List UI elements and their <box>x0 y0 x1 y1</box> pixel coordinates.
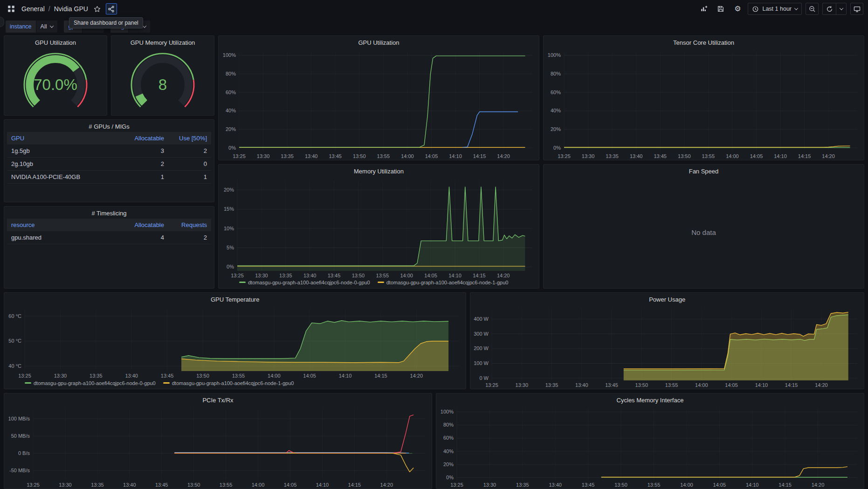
svg-text:60%: 60% <box>443 435 454 441</box>
pcie-tx-rx-chart[interactable]: -50 MB/s0 B/s50 MB/s100 MB/s13:2513:3013… <box>4 406 432 489</box>
svg-text:50 MB/s: 50 MB/s <box>11 433 30 439</box>
svg-text:14:20: 14:20 <box>410 373 423 379</box>
svg-text:0%: 0% <box>227 264 234 269</box>
svg-text:13:55: 13:55 <box>220 482 233 488</box>
share-tooltip: Share dashboard or panel <box>69 17 143 28</box>
refresh-interval-button[interactable] <box>836 3 846 14</box>
gpus-migs-table: GPUAllocatableUse [50%]1g.5gb322g.10gb20… <box>7 132 211 199</box>
share-icon <box>108 6 115 13</box>
dashboard-settings-button[interactable]: ⚙ <box>731 2 744 15</box>
add-panel-button[interactable] <box>697 2 710 15</box>
svg-text:14:05: 14:05 <box>750 153 763 159</box>
svg-text:13:45: 13:45 <box>329 153 342 159</box>
share-button[interactable] <box>106 3 117 14</box>
legend-item[interactable]: dtomasgu-gpu-graph-a100-aoefi4cqjpc6-nod… <box>25 380 156 386</box>
svg-text:13:35: 13:35 <box>279 273 292 278</box>
table-row: 1g.5gb32 <box>7 145 211 158</box>
panel-title[interactable]: GPU Utilization <box>219 36 539 48</box>
cycles-memory-interface-chart[interactable]: 0%20%40%60%80%100%13:2513:3013:3513:4013… <box>436 406 864 489</box>
svg-text:13:30: 13:30 <box>255 273 268 278</box>
svg-text:100%: 100% <box>548 52 561 58</box>
panel-title[interactable]: GPU Memory Utilization <box>111 36 214 48</box>
panel-title[interactable]: Fan Speed <box>544 165 864 177</box>
svg-text:13:35: 13:35 <box>516 482 529 488</box>
panel-title[interactable]: GPU Utilization <box>4 36 107 48</box>
svg-text:200 W: 200 W <box>474 345 489 351</box>
refresh-button[interactable] <box>823 3 836 14</box>
no-data-message: No data <box>544 177 864 289</box>
top-nav: General / Nvidia GPU ⚙ <box>0 0 868 18</box>
legend-item[interactable]: dtomasgu-gpu-graph-a100-aoefi4cqjpc6-nod… <box>378 280 509 285</box>
breadcrumb-section[interactable]: General <box>21 5 45 13</box>
svg-text:13:30: 13:30 <box>516 382 529 388</box>
column-header[interactable]: Allocatable <box>125 219 168 231</box>
svg-text:400 W: 400 W <box>474 316 489 322</box>
svg-text:13:30: 13:30 <box>257 153 270 159</box>
legend-item[interactable]: dtomasgu-gpu-graph-a100-aoefi4cqjpc6-nod… <box>239 280 370 285</box>
panel-tensor-core-utilization: Tensor Core Utilization 0%20%40%60%80%10… <box>543 35 864 160</box>
tensor-core-utilization-chart[interactable]: 0%20%40%60%80%100%13:2513:3013:3513:4013… <box>544 48 864 160</box>
time-range-picker[interactable]: Last 1 hour <box>748 3 802 15</box>
svg-text:13:25: 13:25 <box>558 153 571 159</box>
chevron-down-icon <box>794 6 798 10</box>
svg-text:100 MB/s: 100 MB/s <box>8 416 30 421</box>
svg-text:14:00: 14:00 <box>268 373 281 379</box>
svg-text:13:50: 13:50 <box>352 273 365 278</box>
column-header[interactable]: Requests <box>168 219 211 231</box>
variable-value-instance[interactable]: All <box>36 21 58 33</box>
gpu-temperature-chart[interactable]: 40 °C50 °C60 °C13:2513:3013:3513:4013:45… <box>4 305 466 379</box>
breadcrumb-title[interactable]: Nvidia GPU <box>54 5 88 13</box>
svg-text:13:35: 13:35 <box>91 482 104 488</box>
svg-text:60%: 60% <box>226 90 236 95</box>
column-header[interactable]: GPU <box>7 132 125 145</box>
panel-title[interactable]: PCIe Tx/Rx <box>4 393 432 406</box>
svg-text:13:25: 13:25 <box>231 273 244 278</box>
chevron-down-icon <box>839 6 843 10</box>
svg-text:40%: 40% <box>551 108 561 113</box>
panel-title[interactable]: # GPUs / MIGs <box>4 120 214 132</box>
svg-text:40 °C: 40 °C <box>8 363 21 369</box>
svg-text:13:30: 13:30 <box>582 153 595 159</box>
monitor-icon <box>854 6 861 13</box>
column-header[interactable]: Allocatable <box>125 132 168 145</box>
panel-title[interactable]: Cycles Memory Interface <box>436 393 864 406</box>
save-dashboard-button[interactable] <box>714 2 727 15</box>
kiosk-mode-button[interactable] <box>850 3 863 15</box>
legend-item[interactable]: dtomasgu-gpu-graph-a100-aoefi4cqjpc6-nod… <box>163 380 294 386</box>
column-header[interactable]: resource <box>7 219 125 231</box>
apps-menu-button[interactable] <box>5 2 18 15</box>
memory-utilization-chart[interactable]: 0%5%10%15%20%13:2513:3013:3513:4013:4513… <box>219 177 539 279</box>
star-icon <box>94 6 101 13</box>
svg-text:13:35: 13:35 <box>606 153 619 159</box>
panel-title[interactable]: Memory Utilization <box>219 165 539 177</box>
svg-text:14:20: 14:20 <box>380 482 393 488</box>
svg-text:40%: 40% <box>443 448 454 454</box>
column-header[interactable]: Use [50%] <box>168 132 211 145</box>
svg-text:13:50: 13:50 <box>196 373 209 379</box>
svg-text:14:00: 14:00 <box>695 382 708 388</box>
svg-text:14:00: 14:00 <box>252 482 265 488</box>
svg-text:14:00: 14:00 <box>726 153 739 159</box>
panel-title[interactable]: # Timeslicing <box>4 207 214 219</box>
svg-text:13:35: 13:35 <box>90 373 103 379</box>
svg-text:14:20: 14:20 <box>497 273 510 278</box>
svg-text:14:05: 14:05 <box>725 382 738 388</box>
breadcrumb: General / Nvidia GPU <box>21 5 88 13</box>
panel-gpu-temperature: GPU Temperature 40 °C50 °C60 °C13:2513:3… <box>4 292 466 389</box>
time-range-label: Last 1 hour <box>762 6 792 12</box>
favorite-button[interactable] <box>92 3 103 14</box>
svg-text:13:25: 13:25 <box>18 373 31 379</box>
panel-title[interactable]: Tensor Core Utilization <box>544 36 864 48</box>
svg-text:15%: 15% <box>224 206 234 212</box>
panel-title[interactable]: Power Usage <box>470 293 864 305</box>
gpu-utilization-chart[interactable]: 0%20%40%60%80%100%13:2513:3013:3513:4013… <box>219 48 539 160</box>
panel-title[interactable]: GPU Temperature <box>4 293 466 305</box>
svg-text:14:20: 14:20 <box>497 153 510 159</box>
panel-memory-utilization-chart: Memory Utilization 0%5%10%15%20%13:2513:… <box>218 164 539 289</box>
zoom-out-button[interactable] <box>806 3 819 15</box>
svg-text:14:15: 14:15 <box>473 273 486 278</box>
svg-text:13:55: 13:55 <box>377 153 390 159</box>
power-usage-chart[interactable]: 0 W100 W200 W300 W400 W13:2513:3013:3513… <box>470 305 864 389</box>
svg-text:20%: 20% <box>443 461 454 467</box>
variable-label-instance[interactable]: instance <box>6 21 36 33</box>
